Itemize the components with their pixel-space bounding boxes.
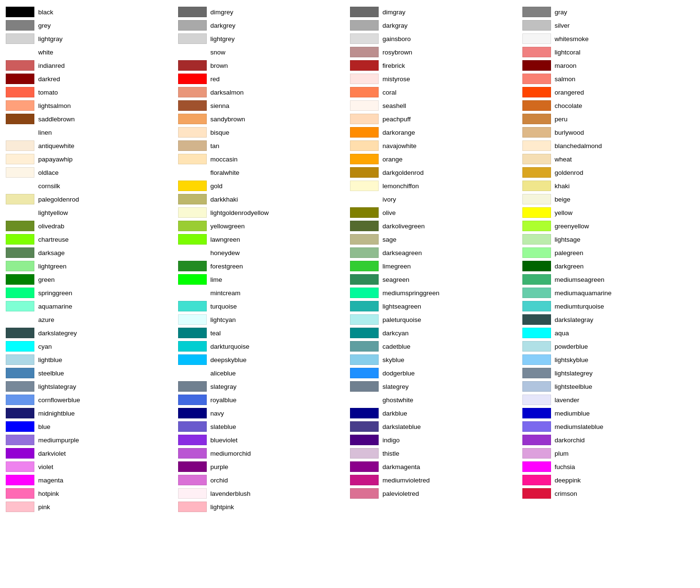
swatch-khaki — [522, 181, 551, 191]
label-olive: olive — [382, 209, 396, 216]
swatch-gold — [178, 181, 207, 191]
label-darkolivegreen: darkolivegreen — [382, 223, 425, 230]
swatch-seagreen — [350, 274, 379, 285]
swatch-darkslateblue — [350, 421, 379, 432]
color-item: lightslategray — [6, 380, 178, 393]
color-item: mediumorchid — [178, 447, 350, 460]
color-item: darkmagenta — [350, 460, 522, 473]
swatch-orchid — [178, 475, 207, 485]
label-royalblue: royalblue — [211, 396, 237, 404]
label-orange: orange — [382, 156, 403, 163]
color-item: powderblue — [522, 340, 695, 353]
label-khaki: khaki — [555, 182, 570, 190]
swatch-deepskyblue — [178, 354, 207, 365]
color-item: darkslateblue — [350, 420, 522, 433]
swatch-darkblue — [350, 408, 379, 418]
color-item: mistyrose — [350, 73, 522, 85]
label-pink: pink — [38, 503, 50, 511]
color-item: navajowhite — [350, 139, 522, 152]
label-lightgrey: lightgrey — [211, 35, 235, 43]
label-aliceblue: aliceblue — [211, 370, 236, 377]
color-item: lightsage — [522, 233, 695, 246]
color-item: fuchsia — [522, 460, 695, 473]
label-white: white — [38, 49, 53, 56]
color-item: salmon — [522, 73, 695, 85]
swatch-deeppink — [522, 475, 551, 485]
swatch-mediumseagreen — [522, 274, 551, 285]
color-item: maroon — [522, 59, 695, 72]
swatch-skyblue — [350, 354, 379, 365]
swatch-mintcream — [178, 288, 207, 298]
color-item: darkslategray — [522, 313, 695, 326]
swatch-moccasin — [178, 154, 207, 164]
swatch-violet — [6, 461, 34, 472]
color-item: darkolivegreen — [350, 220, 522, 232]
color-item: mediumaquamarine — [522, 287, 695, 299]
color-item: crimson — [522, 487, 695, 500]
swatch-lightsage — [522, 234, 551, 245]
color-item: lemonchiffon — [350, 180, 522, 192]
color-item: blanchedalmond — [522, 139, 695, 152]
color-item: snow — [178, 46, 350, 58]
swatch-maroon — [522, 60, 551, 71]
color-item: pink — [6, 501, 178, 513]
column-3: dimgraydarkgraygainsbororosybrownfirebri… — [350, 6, 522, 513]
label-grey: grey — [38, 22, 51, 29]
color-item: indigo — [350, 434, 522, 446]
label-darkorchid: darkorchid — [555, 437, 585, 444]
color-item: darkgreen — [522, 260, 695, 272]
swatch-mediumvioletred — [350, 475, 379, 485]
label-blueviolet: blueviolet — [211, 437, 238, 444]
swatch-azure — [6, 314, 34, 325]
label-lightsage: lightsage — [555, 236, 581, 243]
swatch-dimgrey — [178, 7, 207, 17]
color-item: antiquewhite — [6, 139, 178, 152]
label-lightgoldenrodyellow: lightgoldenrodyellow — [211, 209, 269, 216]
swatch-olive — [350, 207, 379, 218]
color-item: lightslategrey — [522, 367, 695, 379]
swatch-lightgreen — [6, 261, 34, 271]
swatch-lightcyan — [178, 314, 207, 325]
label-deeppink: deeppink — [555, 477, 581, 484]
label-lightgray: lightgray — [38, 35, 63, 43]
label-salmon: salmon — [555, 75, 576, 83]
swatch-grey — [6, 20, 34, 31]
label-mistyrose: mistyrose — [382, 75, 410, 83]
color-item: olivedrab — [6, 220, 178, 232]
color-item: slateblue — [178, 420, 350, 433]
label-mintcream: mintcream — [211, 289, 241, 297]
color-item: moccasin — [178, 153, 350, 165]
swatch-coral — [350, 87, 379, 97]
swatch-firebrick — [350, 60, 379, 71]
color-item: navy — [178, 407, 350, 419]
color-item: mediumslateblue — [522, 420, 695, 433]
color-item: mintcream — [178, 287, 350, 299]
color-item: cornflowerblue — [6, 394, 178, 406]
color-item: darkslategrey — [6, 327, 178, 339]
label-mediumseagreen: mediumseagreen — [555, 276, 605, 283]
color-item: seagreen — [350, 273, 522, 286]
label-darkgreen: darkgreen — [555, 263, 584, 270]
swatch-whitesmoke — [522, 33, 551, 44]
label-honeydew: honeydew — [211, 249, 240, 257]
color-item: darkgoldenrod — [350, 166, 522, 179]
color-item: steelblue — [6, 367, 178, 379]
color-item: whitesmoke — [522, 32, 695, 45]
label-slategray: slategray — [211, 383, 237, 390]
color-item: cornsilk — [6, 180, 178, 192]
color-item: sage — [350, 233, 522, 246]
label-indigo: indigo — [382, 437, 400, 444]
swatch-ivory — [350, 194, 379, 204]
swatch-navy — [178, 408, 207, 418]
swatch-lavender — [522, 395, 551, 405]
label-burlywood: burlywood — [555, 129, 584, 136]
color-item: mediumpurple — [6, 434, 178, 446]
swatch-peachpuff — [350, 114, 379, 124]
color-item: ghostwhite — [350, 394, 522, 406]
color-item: mediumblue — [522, 407, 695, 419]
swatch-darkorchid — [522, 435, 551, 445]
swatch-cornsilk — [6, 181, 34, 191]
color-item: tomato — [6, 86, 178, 98]
swatch-lightslategrey — [522, 368, 551, 378]
label-darkred: darkred — [38, 75, 60, 83]
